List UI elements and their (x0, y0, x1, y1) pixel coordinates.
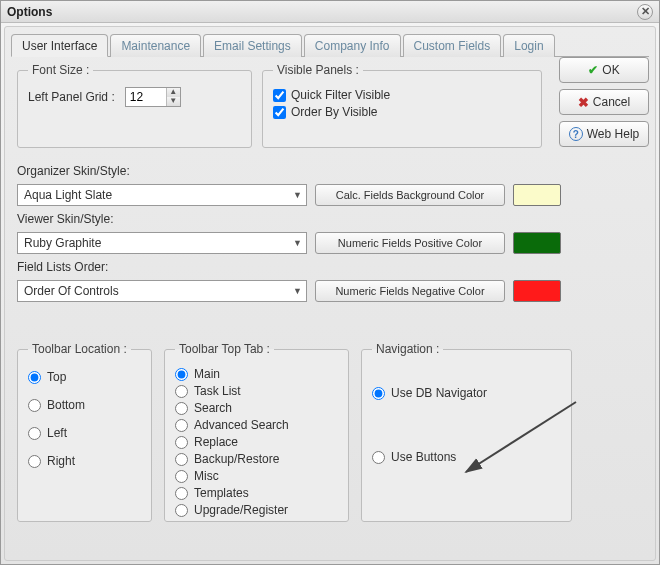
numeric-positive-color-button[interactable]: Numeric Fields Positive Color (315, 232, 505, 254)
toolbar-tab-misc-radio[interactable]: Misc (175, 469, 338, 483)
order-by-label: Order By Visible (291, 105, 377, 119)
options-window: Options ✕ User Interface Maintenance Ema… (0, 0, 660, 565)
tab-custom-fields[interactable]: Custom Fields (403, 34, 502, 57)
tab-maintenance[interactable]: Maintenance (110, 34, 201, 57)
organizer-skin-label: Organizer Skin/Style: (17, 164, 307, 178)
content: User Interface Maintenance Email Setting… (4, 26, 656, 561)
navigation-legend: Navigation : (372, 342, 443, 356)
viewer-skin-value: Ruby Graphite (24, 236, 101, 250)
toolbar-loc-bottom-radio[interactable]: Bottom (28, 398, 141, 412)
toolbar-tab-main-radio[interactable]: Main (175, 367, 338, 381)
toolbar-tab-search-radio[interactable]: Search (175, 401, 338, 415)
window-close-button[interactable]: ✕ (637, 4, 653, 20)
tab-login[interactable]: Login (503, 34, 554, 57)
organizer-skin-value: Aqua Light Slate (24, 188, 112, 202)
viewer-skin-dropdown[interactable]: Ruby Graphite ▼ (17, 232, 307, 254)
toolbar-tab-upgrade-radio[interactable]: Upgrade/Register (175, 503, 338, 517)
field-lists-order-value: Order Of Controls (24, 284, 119, 298)
toolbar-top-tab-fieldset: Toolbar Top Tab : Main Task List Search … (164, 342, 349, 522)
tab-user-interface[interactable]: User Interface (11, 34, 108, 57)
toolbar-loc-right-radio[interactable]: Right (28, 454, 141, 468)
left-panel-grid-input[interactable] (126, 89, 166, 105)
numeric-negative-color-swatch[interactable] (513, 280, 561, 302)
left-panel-grid-label: Left Panel Grid : (28, 90, 115, 104)
toolbar-loc-left-radio[interactable]: Left (28, 426, 141, 440)
visible-panels-legend: Visible Panels : (273, 63, 363, 77)
quick-filter-visible-input[interactable] (273, 89, 286, 102)
fontsize-legend: Font Size : (28, 63, 93, 77)
organizer-skin-dropdown[interactable]: Aqua Light Slate ▼ (17, 184, 307, 206)
fontsize-fieldset: Font Size : Left Panel Grid : ▲ ▼ (17, 63, 252, 148)
tab-body: Font Size : Left Panel Grid : ▲ ▼ (11, 57, 649, 557)
order-by-visible-checkbox[interactable]: Order By Visible (273, 105, 531, 119)
left-panel-grid-spinner[interactable]: ▲ ▼ (125, 87, 181, 107)
field-lists-order-label: Field Lists Order: (17, 260, 307, 274)
tab-company-info[interactable]: Company Info (304, 34, 401, 57)
field-lists-order-dropdown[interactable]: Order Of Controls ▼ (17, 280, 307, 302)
toolbar-tab-tasklist-radio[interactable]: Task List (175, 384, 338, 398)
toolbar-tab-advsearch-radio[interactable]: Advanced Search (175, 418, 338, 432)
toolbar-tab-backup-radio[interactable]: Backup/Restore (175, 452, 338, 466)
chevron-down-icon: ▼ (293, 238, 302, 248)
tabbar: User Interface Maintenance Email Setting… (11, 33, 649, 57)
close-icon: ✕ (641, 5, 650, 18)
toolbar-location-legend: Toolbar Location : (28, 342, 131, 356)
numeric-negative-color-button[interactable]: Numeric Fields Negative Color (315, 280, 505, 302)
quick-filter-visible-checkbox[interactable]: Quick Filter Visible (273, 88, 531, 102)
navigation-fieldset: Navigation : Use DB Navigator Use Button… (361, 342, 572, 522)
use-buttons-radio[interactable]: Use Buttons (372, 450, 561, 464)
chevron-down-icon: ▼ (293, 286, 302, 296)
quick-filter-label: Quick Filter Visible (291, 88, 390, 102)
order-by-visible-input[interactable] (273, 106, 286, 119)
calc-bg-color-swatch[interactable] (513, 184, 561, 206)
toolbar-location-fieldset: Toolbar Location : Top Bottom Left (17, 342, 152, 522)
toolbar-tab-replace-radio[interactable]: Replace (175, 435, 338, 449)
toolbar-tab-templates-radio[interactable]: Templates (175, 486, 338, 500)
numeric-positive-color-swatch[interactable] (513, 232, 561, 254)
toolbar-loc-top-radio[interactable]: Top (28, 370, 141, 384)
use-db-navigator-radio[interactable]: Use DB Navigator (372, 386, 561, 400)
tab-email-settings[interactable]: Email Settings (203, 34, 302, 57)
toolbar-top-tab-legend: Toolbar Top Tab : (175, 342, 274, 356)
chevron-down-icon: ▼ (293, 190, 302, 200)
calc-bg-color-button[interactable]: Calc. Fields Background Color (315, 184, 505, 206)
window-title: Options (7, 5, 52, 19)
titlebar: Options ✕ (1, 1, 659, 23)
spinner-down-icon[interactable]: ▼ (167, 97, 180, 106)
viewer-skin-label: Viewer Skin/Style: (17, 212, 307, 226)
visible-panels-fieldset: Visible Panels : Quick Filter Visible Or… (262, 63, 542, 148)
